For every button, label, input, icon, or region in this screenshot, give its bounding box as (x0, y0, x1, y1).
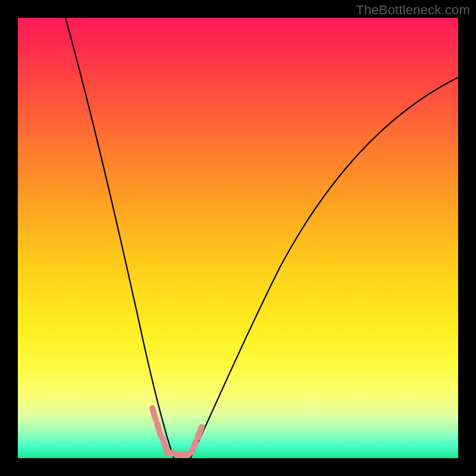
svg-line-5 (192, 441, 196, 452)
right-curve (190, 77, 458, 458)
svg-line-1 (157, 424, 161, 436)
svg-line-2 (162, 438, 166, 449)
curve-layer (18, 18, 458, 458)
svg-line-4 (178, 454, 189, 455)
left-curve (65, 18, 174, 458)
chart-frame: TheBottleneck.com (0, 0, 476, 476)
watermark-text: TheBottleneck.com (356, 2, 470, 18)
highlight-ticks (152, 408, 202, 455)
svg-line-6 (198, 427, 202, 438)
plot-area (18, 18, 458, 458)
svg-line-0 (152, 408, 156, 420)
